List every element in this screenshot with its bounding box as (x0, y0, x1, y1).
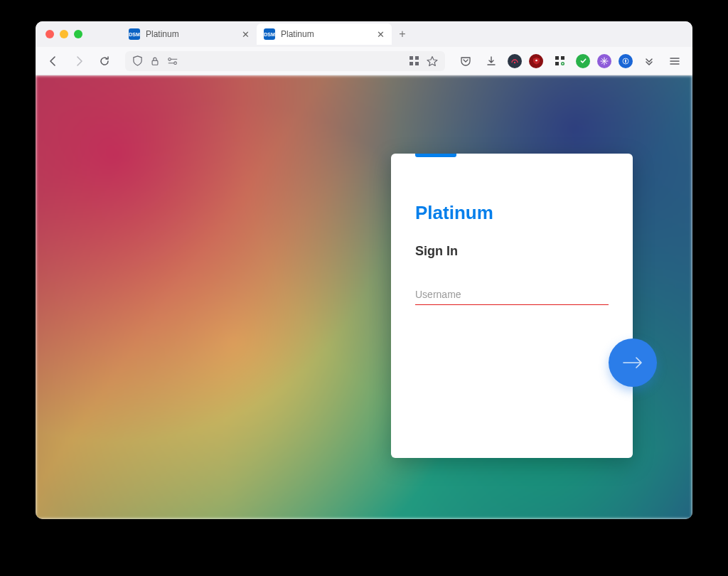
svg-rect-0 (152, 60, 158, 65)
favicon-dsm-icon: DSM (264, 28, 275, 40)
svg-point-9 (514, 61, 515, 63)
svg-point-1 (168, 58, 171, 60)
tab-bar: DSM Platinum ✕ DSM Platinum ✕ + (36, 21, 692, 47)
svg-rect-12 (561, 56, 564, 60)
svg-rect-8 (415, 62, 419, 65)
tab-platinum-1[interactable]: DSM Platinum ✕ (122, 23, 257, 45)
svg-point-10 (535, 60, 537, 62)
downloads-icon[interactable] (482, 52, 500, 70)
username-input[interactable] (415, 284, 609, 305)
shield-icon[interactable] (132, 55, 143, 66)
login-card: Platinum Sign In (391, 154, 633, 458)
bookmark-star-icon[interactable] (427, 55, 438, 67)
extension-1password-icon[interactable] (619, 54, 633, 68)
page-viewport: Platinum Sign In (36, 75, 692, 519)
tab-title: Platinum (281, 29, 371, 39)
qr-icon[interactable] (409, 55, 419, 66)
tab-title: Platinum (146, 29, 236, 39)
extension-dark-icon[interactable] (508, 54, 522, 68)
minimize-window-button[interactable] (60, 30, 68, 38)
extension-check-icon[interactable] (576, 54, 590, 68)
extension-snowflake-icon[interactable] (597, 54, 611, 68)
svg-rect-11 (555, 56, 559, 60)
permissions-icon[interactable] (167, 56, 178, 66)
pocket-icon[interactable] (456, 52, 475, 70)
next-button[interactable] (609, 338, 657, 387)
svg-rect-5 (410, 56, 413, 60)
svg-rect-13 (555, 62, 559, 65)
nav-toolbar (36, 47, 692, 75)
accent-bar (415, 154, 456, 157)
reload-button[interactable] (95, 52, 114, 70)
close-tab-icon[interactable]: ✕ (377, 29, 385, 40)
username-field-wrapper (415, 284, 609, 305)
new-tab-button[interactable]: + (392, 23, 413, 45)
forward-button[interactable] (70, 52, 88, 70)
tab-platinum-2[interactable]: DSM Platinum ✕ (257, 23, 392, 45)
svg-rect-6 (415, 56, 419, 60)
overflow-icon[interactable] (640, 52, 658, 70)
lock-icon[interactable] (150, 56, 160, 66)
address-bar[interactable] (125, 51, 445, 71)
toolbar-right-group (456, 52, 684, 70)
window-controls (46, 30, 82, 38)
arrow-right-icon (622, 354, 643, 371)
signin-heading: Sign In (415, 244, 609, 259)
favicon-dsm-icon: DSM (129, 28, 140, 40)
browser-window: DSM Platinum ✕ DSM Platinum ✕ + (36, 21, 692, 519)
hamburger-menu-icon[interactable] (665, 52, 684, 70)
svg-point-3 (174, 61, 177, 64)
extension-grid-icon[interactable] (550, 52, 569, 70)
close-tab-icon[interactable]: ✕ (242, 29, 250, 40)
back-button[interactable] (44, 52, 63, 70)
ublock-icon[interactable] (529, 54, 543, 68)
svg-rect-23 (625, 59, 626, 63)
brand-title: Platinum (415, 202, 609, 224)
maximize-window-button[interactable] (74, 30, 82, 38)
svg-rect-7 (410, 62, 413, 65)
close-window-button[interactable] (46, 30, 54, 38)
